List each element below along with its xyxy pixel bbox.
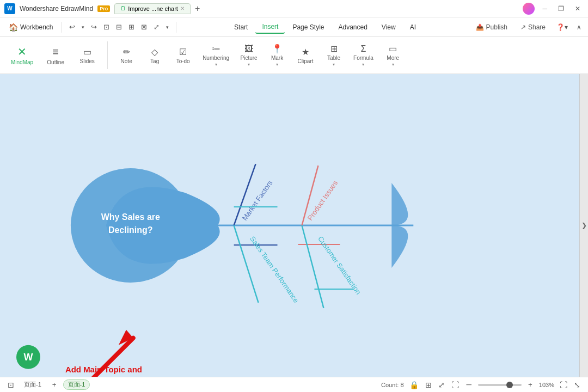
statusbar-left: ⊡ 页面-1 + 页面-1 [7, 379, 90, 390]
format-btn1[interactable]: ⊡ [101, 21, 112, 33]
share-button[interactable]: ↗ Share [516, 21, 550, 33]
expand-button[interactable]: ⤡ [573, 379, 581, 390]
mark-icon: 📍 [272, 44, 283, 54]
user-avatar [523, 3, 535, 15]
menu-ai[interactable]: AI [403, 21, 422, 33]
main-menu: Start Insert Page Style Advanced View AI [181, 21, 469, 34]
lock-button[interactable]: 🔒 [408, 379, 420, 390]
tab-bar: 🗒 Improve ...ne chart ✕ + [114, 3, 202, 14]
zoom-in-button[interactable]: + [526, 379, 535, 390]
menu-insert[interactable]: Insert [255, 21, 285, 34]
mindmap-label: MindMap [11, 59, 33, 65]
page-indicator: 页面-1 [20, 380, 46, 389]
mark-label: Mark [271, 55, 283, 61]
toolbar-more[interactable]: ▭ More ▾ [381, 37, 405, 74]
todo-label: To-do [176, 58, 190, 64]
toolbar-sep1 [107, 41, 108, 69]
zoom-slider[interactable] [478, 384, 522, 386]
formula-arrow: ▾ [362, 62, 364, 67]
share-icon: ↗ [520, 23, 526, 31]
collapse-icon: ❯ [581, 222, 587, 229]
minimize-button[interactable]: ─ [539, 4, 550, 14]
view-icon-button[interactable]: ⊡ [7, 379, 15, 390]
svg-text:Add Main Topic and: Add Main Topic and [65, 365, 142, 374]
picture-arrow: ▾ [248, 62, 250, 67]
svg-text:Market Factors: Market Factors [241, 179, 274, 222]
undo-dropdown[interactable]: ▾ [79, 23, 87, 32]
panel-collapse-handle[interactable]: ❯ [579, 74, 588, 377]
menu-view[interactable]: View [375, 21, 402, 33]
more-arrow: ▾ [392, 62, 394, 67]
publish-button[interactable]: 📤 Publish [471, 21, 512, 33]
toolbar-outline[interactable]: ≡ Outline [42, 37, 69, 74]
toolbar-todo[interactable]: ☑ To-do [171, 37, 195, 74]
toolbar-mark[interactable]: 📍 Mark ▾ [265, 37, 289, 74]
toolbar-mindmap[interactable]: ✕ MindMap [7, 37, 38, 74]
svg-text:Subcategories: Subcategories [65, 376, 121, 377]
format-btn5[interactable]: ⤢ [151, 21, 162, 33]
svg-text:Product Issues: Product Issues [306, 179, 340, 222]
todo-icon: ☑ [179, 47, 187, 57]
format-btn6[interactable]: ▾ [163, 23, 171, 32]
toolbar-numbering[interactable]: ≔ Numbering ▾ [199, 37, 232, 74]
undo-button[interactable]: ↩ [66, 21, 78, 33]
fishbone-diagram: Why Sales are Declining? Market Factors … [0, 74, 579, 377]
pro-badge: Pro [97, 5, 110, 12]
separator2 [176, 22, 176, 33]
separator [62, 22, 62, 33]
toolbar-picture[interactable]: 🖼 Picture ▾ [237, 37, 261, 74]
tab-icon: 🗒 [120, 5, 126, 11]
statusbar-right: Count: 8 🔒 ⊞ ⤢ ⛶ ─ + 103% ⛶ ⤡ [381, 379, 581, 390]
fullscreen2-button[interactable]: ⛶ [559, 379, 568, 390]
close-button[interactable]: ✕ [572, 4, 584, 14]
current-tab[interactable]: 🗒 Improve ...ne chart ✕ [114, 3, 191, 14]
menu-advanced[interactable]: Advanced [332, 21, 373, 33]
toolbar-note[interactable]: ✏ Note [114, 37, 138, 74]
fit-button[interactable]: ⤢ [437, 379, 446, 390]
clipart-icon: ★ [302, 47, 309, 57]
menu-page-style[interactable]: Page Style [286, 21, 330, 33]
picture-label: Picture [241, 55, 258, 61]
toolbar-slides[interactable]: ▭ Slides [74, 37, 101, 74]
titlebar-right: ─ ❐ ✕ [523, 3, 584, 15]
add-tab-button[interactable]: + [193, 4, 202, 14]
toolbar-clipart[interactable]: ★ Clipart [293, 37, 317, 74]
fullscreen-button[interactable]: ⛶ [450, 379, 460, 390]
picture-icon: 🖼 [244, 44, 253, 54]
outline-label: Outline [47, 59, 64, 65]
menu-bar: 🏠 Workbench ↩ ▾ ↪ ⊡ ⊟ ⊞ ⊠ ⤢ ▾ Start Inse… [0, 17, 588, 37]
tab-label: Improve ...ne chart [128, 5, 178, 12]
toolbar-tag[interactable]: ◇ Tag [143, 37, 167, 74]
numbering-label: Numbering [203, 55, 229, 61]
format-btn4[interactable]: ⊠ [138, 21, 150, 33]
format-btn2[interactable]: ⊟ [113, 21, 125, 33]
redo-button[interactable]: ↪ [88, 21, 100, 33]
table-icon: ⊞ [330, 44, 338, 54]
menu-start[interactable]: Start [228, 21, 254, 33]
restore-button[interactable]: ❐ [555, 4, 567, 14]
formula-label: Formula [353, 55, 373, 61]
main-area: Why Sales are Declining? Market Factors … [0, 74, 588, 377]
collapse-menu-button[interactable]: ∧ [574, 21, 584, 33]
title-bar: W Wondershare EdrawMind Pro 🗒 Improve ..… [0, 0, 588, 17]
note-label: Note [121, 58, 132, 64]
active-page[interactable]: 页面-1 [63, 379, 90, 390]
workbench-button[interactable]: 🏠 Workbench [4, 21, 57, 34]
zoom-thumb[interactable] [506, 382, 513, 388]
publish-icon: 📤 [476, 23, 484, 31]
format-btn3[interactable]: ⊞ [126, 21, 137, 33]
mark-arrow: ▾ [276, 62, 278, 67]
zoom-out-button[interactable]: ─ [464, 379, 474, 390]
formula-icon: Σ [360, 44, 366, 54]
zoom-level: 103% [539, 382, 554, 388]
grid-button[interactable]: ⊞ [424, 379, 433, 390]
table-label: Table [327, 55, 340, 61]
canvas[interactable]: Why Sales are Declining? Market Factors … [0, 74, 579, 377]
tag-icon: ◇ [151, 47, 158, 57]
tab-close-icon[interactable]: ✕ [180, 5, 185, 11]
toolbar-table[interactable]: ⊞ Table ▾ [322, 37, 346, 74]
toolbar-formula[interactable]: Σ Formula ▾ [350, 37, 377, 74]
add-page-button[interactable]: + [50, 379, 59, 390]
help-button[interactable]: ❓▾ [554, 21, 570, 33]
svg-text:Declining?: Declining? [108, 225, 153, 235]
